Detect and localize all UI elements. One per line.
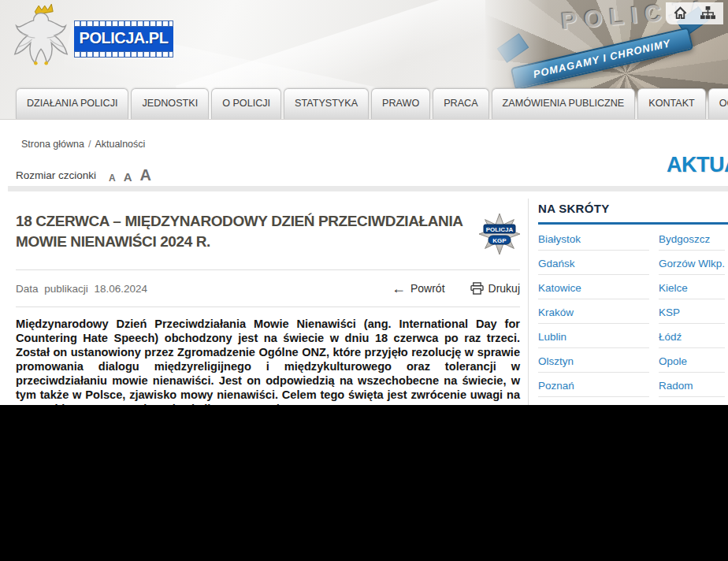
logo-filmstrip-top (74, 20, 173, 27)
sidebar-link-ksp[interactable]: KSP (659, 299, 725, 324)
header-quick-icons (666, 2, 723, 24)
sidebar-link-opole[interactable]: Opole (659, 348, 725, 373)
breadcrumb: Strona główna/Aktualności (21, 139, 145, 150)
breadcrumb-separator: / (88, 139, 91, 150)
horizontal-divider-bar (8, 186, 728, 191)
logo-text: POLICJA.PL (74, 27, 173, 51)
sitemap-icon[interactable] (700, 6, 716, 20)
nav-tab-kontakt[interactable]: KONTAKT (637, 88, 706, 119)
nav-tab-ochrona-danych[interactable]: OCHRONA DANYCH OSOBOWYCH (708, 88, 728, 119)
city-links-grid: Białystok Bydgoszcz Gdańsk Gorzów Wlkp. … (538, 226, 728, 422)
nav-tab-o-policji[interactable]: O POLICJI (211, 88, 281, 119)
logo-filmstrip-bottom (74, 51, 173, 58)
nav-tab-jednostki[interactable]: JEDNOSTKI (131, 88, 209, 119)
main-nav: DZIAŁANIA POLICJI JEDNOSTKI O POLICJI ST… (16, 88, 728, 119)
sidebar-link-kielce[interactable]: Kielce (659, 275, 725, 299)
publication-date: Data publikacji 18.06.2024 (16, 283, 147, 295)
sidebar-link-olsztyn[interactable]: Olsztyn (538, 348, 649, 373)
article: 18 CZERWCA – MIĘDZYNARODOWY DZIEŃ PRZECI… (16, 203, 520, 416)
font-size-medium-button[interactable]: A (124, 171, 132, 183)
back-arrow-icon: ← (392, 281, 406, 295)
breadcrumb-home-link[interactable]: Strona główna (21, 139, 84, 150)
sidebar-link-bialystok[interactable]: Białystok (538, 226, 649, 251)
sidebar-na-skroty: NA SKRÓTY Białystok Bydgoszcz Gdańsk Gor… (528, 199, 728, 422)
article-meta-row: Data publikacji 18.06.2024 ← Powrót Druk… (16, 270, 520, 307)
kgp-badge-bottom-text: KGP (492, 237, 507, 244)
article-body-text: Międzynarodowy Dzień Przeciwdziałania Mo… (16, 317, 520, 416)
sidebar-link-gdansk[interactable]: Gdańsk (538, 251, 649, 275)
sidebar-link-poznan[interactable]: Poznań (538, 373, 649, 397)
font-size-small-button[interactable]: A (109, 173, 116, 183)
nav-tab-zamowienia-publiczne[interactable]: ZAMÓWIENIA PUBLICZNE (492, 88, 636, 119)
breadcrumb-current-link[interactable]: Aktualności (95, 139, 145, 150)
print-button[interactable]: Drukuj (470, 282, 520, 295)
site-logo[interactable]: POLICJA.PL (74, 20, 173, 58)
article-title: 18 CZERWCA – MIĘDZYNARODOWY DZIEŃ PRZECI… (16, 211, 471, 251)
sidebar-link-krakow[interactable]: Kraków (538, 299, 649, 324)
sidebar-link-gorzow[interactable]: Gorzów Wlkp. (659, 251, 725, 275)
sidebar-link-lodz[interactable]: Łódź (659, 324, 725, 348)
section-heading-aktualnosci: AKTUALNOŚCI (667, 153, 728, 177)
sidebar-link-radom[interactable]: Radom (659, 373, 725, 397)
font-size-large-button[interactable]: A (140, 167, 151, 183)
sidebar-heading: NA SKRÓTY (538, 202, 728, 215)
home-icon[interactable] (673, 6, 688, 20)
nav-tab-praca[interactable]: PRACA (433, 88, 488, 119)
font-size-control: Rozmiar czcionki A A A (16, 167, 159, 183)
black-overlay (0, 405, 728, 561)
font-size-label: Rozmiar czcionki (16, 169, 96, 183)
nav-tab-dzialania-policji[interactable]: DZIAŁANIA POLICJI (16, 88, 128, 119)
nav-tab-prawo[interactable]: PRAWO (371, 88, 430, 119)
back-button[interactable]: ← Powrót (392, 281, 445, 295)
site-header: POLICJA POMAGAMY I CHRONIMY POLICJA.PL (0, 0, 728, 120)
sidebar-blue-rule (538, 222, 728, 225)
eagle-emblem (11, 3, 71, 71)
print-label: Drukuj (488, 282, 520, 295)
back-label: Powrót (410, 282, 445, 295)
sidebar-link-katowice[interactable]: Katowice (538, 275, 649, 299)
divider-line (16, 307, 520, 307)
sidebar-link-bydgoszcz[interactable]: Bydgoszcz (659, 226, 725, 251)
printer-icon (470, 282, 484, 295)
sidebar-link-lublin[interactable]: Lublin (538, 324, 649, 348)
kgp-badge-top-text: POLICJA (486, 226, 514, 233)
kgp-badge-icon: POLICJA KGP (479, 211, 520, 257)
nav-tab-statystyka[interactable]: STATYSTYKA (284, 88, 369, 119)
